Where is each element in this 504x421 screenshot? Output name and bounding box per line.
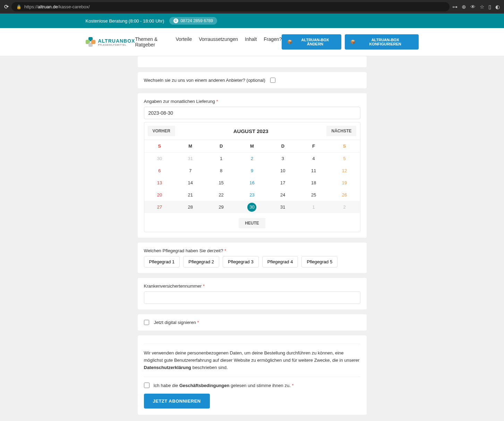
insurance-label: Krankenversichertennummer * xyxy=(144,283,360,289)
calendar-day[interactable]: 17 xyxy=(267,177,298,189)
calendar-day: 2 xyxy=(329,201,360,213)
privacy-policy-link[interactable]: Datenschutzerklärung xyxy=(144,365,191,370)
pflegegrad-card: Welchen Pflegegrad haben Sie derzeit? * … xyxy=(138,243,367,273)
privacy-text: Wir verwenden deine personenbezogenen Da… xyxy=(144,344,360,377)
pflegegrad-option-1[interactable]: Pflegegrad 1 xyxy=(144,256,180,267)
calendar-day: 31 xyxy=(175,152,206,165)
digital-sign-card: Jetzt digital signieren * xyxy=(138,314,367,331)
calendar-day[interactable]: 25 xyxy=(298,189,329,201)
nav-fragen[interactable]: Fragen? xyxy=(264,36,282,47)
calendar-day[interactable]: 14 xyxy=(175,177,206,189)
configure-box-button[interactable]: 📦 ALTRUAN-BOX KONFIGURIEREN xyxy=(345,34,419,50)
calendar-day[interactable]: 12 xyxy=(329,165,360,177)
calendar-title: AUGUST 2023 xyxy=(233,128,268,134)
nav-themen[interactable]: Themen & Ratgeber xyxy=(135,36,169,47)
switch-provider-checkbox[interactable] xyxy=(270,78,275,83)
pflegegrad-option-2[interactable]: Pflegegrad 2 xyxy=(183,256,219,267)
phone-icon: ✆ xyxy=(173,18,178,23)
calendar-day[interactable]: 31 xyxy=(267,201,298,213)
reload-icon[interactable]: ⟳ xyxy=(4,3,9,10)
calendar-day[interactable]: 18 xyxy=(298,177,329,189)
calendar-day[interactable]: 26 xyxy=(329,189,360,201)
calendar-day[interactable]: 7 xyxy=(175,165,206,177)
calendar-day[interactable]: 21 xyxy=(175,189,206,201)
calendar-day[interactable]: 1 xyxy=(206,152,237,165)
nav-inhalt[interactable]: Inhalt xyxy=(245,36,257,47)
star-icon[interactable]: ☆ xyxy=(480,4,484,10)
logo[interactable]: ALTRUANBOX PFLEGEHILFSMITTEL xyxy=(86,37,135,47)
calendar-dayhead: M xyxy=(237,140,267,152)
box-icon: 📦 xyxy=(287,40,292,44)
delivery-card: Angaben zur monatlichen Lieferung * VORH… xyxy=(138,93,367,238)
calendar-next-button[interactable]: NÄCHSTE xyxy=(326,126,356,136)
calendar-day[interactable]: 4 xyxy=(298,152,329,165)
pflegegrad-option-5[interactable]: Pflegegrad 5 xyxy=(301,256,338,267)
header: ALTRUANBOX PFLEGEHILFSMITTEL Themen & Ra… xyxy=(0,28,504,56)
eye-off-icon[interactable]: 👁 xyxy=(470,4,476,10)
calendar-day[interactable]: 22 xyxy=(206,189,237,201)
panel-icon[interactable]: ▯ xyxy=(488,4,491,10)
terms-checkbox[interactable] xyxy=(144,383,150,388)
subscribe-button[interactable]: JETZT ABONNIEREN xyxy=(144,394,210,409)
calendar-day[interactable]: 24 xyxy=(267,189,298,201)
nav-vorraussetzungen[interactable]: Vorraussetzungen xyxy=(199,36,238,47)
top-banner: Kostenlose Beratung (8:00 - 18:00 Uhr) ✆… xyxy=(0,14,504,28)
key-icon[interactable]: ⊶ xyxy=(452,4,458,10)
calendar-day[interactable]: 20 xyxy=(144,189,175,201)
calendar-day[interactable]: 28 xyxy=(175,201,206,213)
main-nav: Themen & Ratgeber Vorteile Vorraussetzun… xyxy=(135,36,282,47)
calendar-day[interactable]: 23 xyxy=(237,189,267,201)
insurance-number-input[interactable] xyxy=(144,291,360,304)
switch-provider-card: Wechseln sie zu uns von einem anderen An… xyxy=(138,72,367,88)
logo-text: ALTRUANBOX xyxy=(98,38,135,44)
terms-link[interactable]: Geschäftsbedingungen xyxy=(179,383,229,388)
zoom-icon[interactable]: ⊕ xyxy=(462,4,466,10)
insurance-card: Krankenversichertennummer * xyxy=(138,278,367,309)
terms-label: Ich habe die Geschäftsbedingungen gelese… xyxy=(154,383,294,388)
url-text: https://altruan.de/kasse-carebox/ xyxy=(24,4,90,9)
logo-subtext: PFLEGEHILFSMITTEL xyxy=(98,44,135,46)
phone-pill[interactable]: ✆ 08724 2859 6789 xyxy=(169,17,217,25)
digital-sign-label: Jetzt digital signieren xyxy=(154,320,196,325)
browser-tool-icons: ⊶ ⊕ 👁 ☆ ▯ ◐ xyxy=(452,4,500,10)
profile-icon[interactable]: ◐ xyxy=(495,4,500,10)
calendar-day[interactable]: 27 xyxy=(144,201,175,213)
calendar-prev-button[interactable]: VORHER xyxy=(148,126,175,136)
calendar-day[interactable]: 15 xyxy=(206,177,237,189)
calendar-day[interactable]: 19 xyxy=(329,177,360,189)
calendar-day[interactable]: 29 xyxy=(206,201,237,213)
calendar-day[interactable]: 8 xyxy=(206,165,237,177)
calendar-day[interactable]: 9 xyxy=(237,165,267,177)
delivery-label: Angaben zur monatlichen Lieferung * xyxy=(144,99,360,104)
pflegegrad-option-3[interactable]: Pflegegrad 3 xyxy=(223,256,259,267)
calendar-day[interactable]: 11 xyxy=(298,165,329,177)
calendar-day[interactable]: 30 xyxy=(237,201,267,213)
pflegegrad-options: Pflegegrad 1Pflegegrad 2Pflegegrad 3Pfle… xyxy=(144,256,360,267)
box-icon: 📦 xyxy=(350,40,356,44)
lock-icon: 🔒 xyxy=(16,5,22,9)
phone-number: 08724 2859 6789 xyxy=(180,18,213,23)
calendar-day[interactable]: 6 xyxy=(144,165,175,177)
address-bar[interactable]: 🔒 https://altruan.de/kasse-carebox/ xyxy=(11,2,450,11)
calendar-day[interactable]: 2 xyxy=(237,152,267,165)
calendar-today-button[interactable]: HEUTE xyxy=(239,218,265,228)
delivery-date-input[interactable] xyxy=(144,107,360,119)
calendar-dayhead: S xyxy=(144,140,175,152)
calendar-dayhead: S xyxy=(329,140,360,152)
browser-bar: ⟳ 🔒 https://altruan.de/kasse-carebox/ ⊶ … xyxy=(0,0,504,14)
calendar-day[interactable]: 3 xyxy=(267,152,298,165)
digital-sign-checkbox[interactable] xyxy=(144,320,149,325)
change-box-button[interactable]: 📦 ALTRUAN-BOX ÄNDERN xyxy=(282,34,341,50)
pflegegrad-option-4[interactable]: Pflegegrad 4 xyxy=(262,256,298,267)
submit-card: Wir verwenden deine personenbezogenen Da… xyxy=(138,335,367,415)
calendar-day[interactable]: 10 xyxy=(267,165,298,177)
consultation-text: Kostenlose Beratung (8:00 - 18:00 Uhr) xyxy=(86,18,164,24)
calendar-day[interactable]: 13 xyxy=(144,177,175,189)
nav-vorteile[interactable]: Vorteile xyxy=(176,36,192,47)
calendar-dayhead: M xyxy=(175,140,206,152)
calendar: VORHER AUGUST 2023 NÄCHSTE SMDMDFS 30311… xyxy=(144,122,360,232)
calendar-day: 1 xyxy=(298,201,329,213)
pflegegrad-label: Welchen Pflegegrad haben Sie derzeit? * xyxy=(144,248,360,253)
calendar-day[interactable]: 16 xyxy=(237,177,267,189)
calendar-day[interactable]: 5 xyxy=(329,152,360,165)
